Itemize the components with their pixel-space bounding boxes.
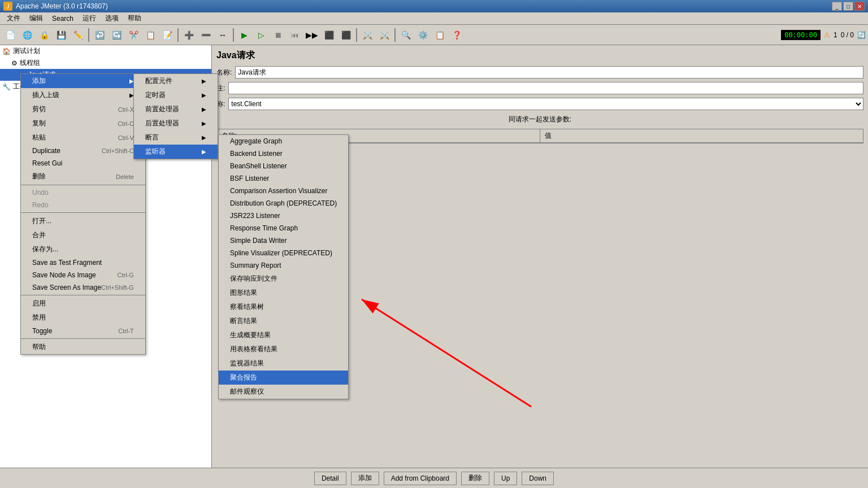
menu-file[interactable]: 文件 [2, 12, 25, 24]
ctx-duplicate[interactable]: Duplicate Ctrl+Shift-C [21, 145, 145, 157]
ctx-help[interactable]: 帮助 [21, 340, 145, 354]
ctx-add[interactable]: 添加 ▶ [21, 74, 145, 88]
name-label: 名称: [216, 68, 232, 77]
comments-input[interactable] [228, 82, 863, 94]
add-clipboard-button[interactable]: Add from Clipboard [384, 472, 457, 485]
monitor-aggregate-report[interactable]: 聚合报告 [219, 371, 348, 385]
ctx-paste[interactable]: 粘贴 Ctrl-V [21, 130, 145, 145]
monitor-backend-listener[interactable]: Backend Listener [219, 147, 348, 160]
monitor-aggregate-graph[interactable]: Aggregate Graph [219, 135, 348, 147]
save-button[interactable]: 🔒 [36, 27, 52, 43]
add-submenu-post-processor[interactable]: 后置处理器 ▶ [134, 116, 218, 130]
collapse-button[interactable]: ➖ [198, 27, 214, 43]
paste-button[interactable]: 📝 [159, 27, 175, 43]
add-submenu-assertion[interactable]: 断言 ▶ [134, 130, 218, 145]
monitor-assertion-results[interactable]: 断言结果 [219, 314, 348, 328]
menu-run[interactable]: 运行 [78, 12, 101, 24]
stop-button[interactable]: ⏹ [270, 27, 286, 43]
remote-start-button[interactable]: ▶▶ [304, 27, 320, 43]
monitor-bsf-listener[interactable]: BSF Listener [219, 172, 348, 185]
redo-button[interactable]: ↪️ [108, 27, 124, 43]
up-button[interactable]: Up [494, 472, 517, 485]
ctx-merge[interactable]: 合并 [21, 228, 145, 242]
detail-button[interactable]: Detail [314, 472, 346, 485]
ctx-delete[interactable]: 删除 Delete [21, 169, 145, 184]
run-button[interactable]: ▶ [236, 27, 252, 43]
analyze-button[interactable]: ⚔️ [359, 27, 375, 43]
add-submenu-listener[interactable]: 监听器 ▶ [134, 145, 218, 159]
ctx-save-test-fragment[interactable]: Save as Test Fragment [21, 256, 145, 269]
name-input[interactable] [235, 66, 863, 79]
monitor-spline-visualizer[interactable]: Spline Visualizer (DEPRECATED) [219, 247, 348, 259]
add-submenu-pre-processor[interactable]: 前置处理器 ▶ [134, 102, 218, 116]
maximize-button[interactable]: □ [843, 2, 853, 11]
run-no-pause-button[interactable]: ▷ [253, 27, 269, 43]
clear-button[interactable]: ⚙️ [415, 27, 431, 43]
add-submenu-timer[interactable]: 定时器 ▶ [134, 88, 218, 102]
undo-button[interactable]: ↩️ [92, 27, 107, 43]
classname-row: 称: test.Client [216, 98, 863, 110]
remote-stop-button[interactable]: ⬛ [321, 27, 337, 43]
menu-help[interactable]: 帮助 [123, 12, 146, 24]
ctx-insert-parent[interactable]: 插入上级 ▶ [21, 88, 145, 102]
ctx-save-screen-image[interactable]: Save Screen As Image Ctrl+Shift-G [21, 281, 145, 294]
copy-button[interactable]: 📋 [142, 27, 158, 43]
ctx-enable[interactable]: 启用 [21, 297, 145, 311]
open-button[interactable]: 🌐 [19, 27, 35, 43]
ctx-open[interactable]: 打开... [21, 214, 145, 228]
shutdown-button[interactable]: ⏮ [287, 27, 303, 43]
ctx-save-as[interactable]: 保存为... [21, 242, 145, 256]
toolbar-separator-1 [88, 28, 89, 42]
monitor-response-time-graph[interactable]: Response Time Graph [219, 222, 348, 234]
monitor-simple-data-writer[interactable]: Simple Data Writer [219, 234, 348, 247]
monitor-graph-results[interactable]: 图形结果 [219, 286, 348, 300]
ctx-cut[interactable]: 剪切 Ctrl-X [21, 102, 145, 116]
toolbar-status: 00:00:00 ⚠ 1 0 / 0 🔄 [781, 30, 866, 40]
monitor-summary-report[interactable]: Summary Report [219, 259, 348, 272]
cut-button[interactable]: ✂️ [125, 27, 141, 43]
ctx-sep-4 [21, 338, 145, 339]
ctx-toggle[interactable]: Toggle Ctrl-T [21, 325, 145, 337]
ctx-copy[interactable]: 复制 Ctrl-C [21, 116, 145, 130]
refresh-icon: 🔄 [857, 31, 866, 39]
down-button[interactable]: Down [522, 472, 554, 485]
save-file-button[interactable]: 💾 [53, 27, 69, 43]
help-tool-button[interactable]: ❓ [449, 27, 465, 43]
remote-shutdown-button[interactable]: ⬛ [338, 27, 354, 43]
ctx-reset-gui[interactable]: Reset Gui [21, 157, 145, 169]
delete-bottom-button[interactable]: 删除 [461, 472, 489, 485]
search-tool-button[interactable]: 🔍 [398, 27, 414, 43]
add-bottom-button[interactable]: 添加 [351, 472, 379, 485]
monitor-save-response[interactable]: 保存响应到文件 [219, 272, 348, 286]
monitor-table-results[interactable]: 用表格察看结果 [219, 342, 348, 356]
ctx-save-node-image[interactable]: Save Node As Image Ctrl-G [21, 269, 145, 281]
toggle-button[interactable]: ↔️ [215, 27, 231, 43]
add-submenu-config[interactable]: 配置元件 ▶ [134, 74, 218, 88]
menu-options[interactable]: 选项 [101, 12, 123, 24]
ctx-disable[interactable]: 禁用 [21, 311, 145, 325]
close-button[interactable]: ✕ [854, 2, 865, 11]
edit-button[interactable]: ✏️ [70, 27, 86, 43]
clear-all-button[interactable]: 📋 [432, 27, 448, 43]
minimize-button[interactable]: _ [832, 2, 842, 11]
menu-bar: 文件 编辑 Search 运行 选项 帮助 [0, 12, 868, 25]
monitor-beanshell-listener[interactable]: BeanShell Listener [219, 160, 348, 172]
monitor-mail-observer[interactable]: 邮件观察仪 [219, 385, 348, 399]
tree-icon-workbench: 🔧 [2, 83, 11, 91]
monitor-monitor-results[interactable]: 监视器结果 [219, 356, 348, 371]
analyze2-button[interactable]: ⚔️ [376, 27, 392, 43]
monitor-result-tree[interactable]: 察看结果树 [219, 300, 348, 314]
monitor-summary-results[interactable]: 生成概要结果 [219, 328, 348, 342]
monitor-jsr223-listener[interactable]: JSR223 Listener [219, 210, 348, 222]
tree-item-test-plan[interactable]: 🏠 测试计划 [0, 45, 211, 57]
tree-item-thread-group[interactable]: ⚙ 线程组 [0, 57, 211, 69]
menu-edit[interactable]: 编辑 [25, 12, 47, 24]
monitor-distribution-graph[interactable]: Distribution Graph (DEPRECATED) [219, 197, 348, 210]
window-controls[interactable]: _ □ ✕ [832, 2, 865, 11]
expand-button[interactable]: ➕ [181, 27, 197, 43]
new-button[interactable]: 📄 [2, 27, 18, 43]
menu-search[interactable]: Search [47, 14, 78, 24]
classname-select[interactable]: test.Client [228, 98, 863, 110]
monitor-comparison-assertion[interactable]: Comparison Assertion Visualizer [219, 185, 348, 197]
app-title: Apache JMeter (3.0 r1743807) [16, 2, 108, 10]
